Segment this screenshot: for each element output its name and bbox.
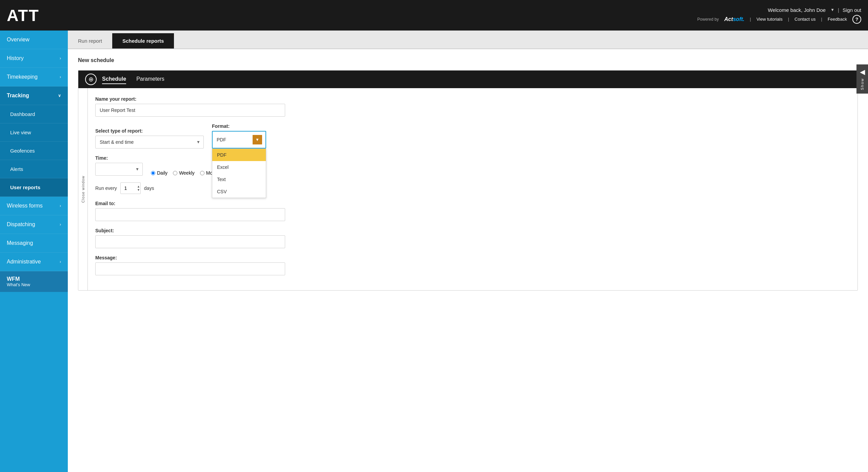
sidebar-item-label: Overview (7, 37, 29, 43)
name-report-input[interactable] (95, 104, 285, 117)
view-tutorials-link[interactable]: View tutorials (756, 17, 783, 22)
sidebar-item-dispatching[interactable]: Dispatching › (0, 215, 68, 234)
section-title: New schedule (78, 57, 858, 63)
message-input[interactable] (95, 262, 285, 275)
tab-schedule-reports[interactable]: Schedule reports (112, 33, 174, 48)
sidebar-item-label: Alerts (10, 166, 23, 172)
type-format-row: Select type of report: Start & end time … (95, 123, 849, 149)
time-freq-row: Time: 12:00 AM 6:00 AM 12:00 PM ▼ (95, 155, 849, 176)
format-col: Format: PDF ▼ PDF Excel Tex (212, 123, 266, 149)
radio-weekly-label[interactable]: Weekly (173, 170, 195, 176)
radio-daily[interactable] (151, 171, 155, 175)
close-window-text: Close window (81, 176, 85, 203)
sidebar-item-label: Tracking (7, 93, 29, 99)
email-group: Email to: (95, 201, 849, 221)
powered-by-text: Powered by (697, 17, 719, 22)
card-tabs: Schedule Parameters (102, 75, 164, 84)
time-select-wrap: 12:00 AM 6:00 AM 12:00 PM ▼ (95, 163, 143, 176)
format-label: Format: (212, 123, 266, 129)
format-option-text[interactable]: Text (212, 173, 266, 185)
divider4: | (821, 17, 822, 22)
sidebar-item-tracking[interactable]: Tracking ∨ (0, 86, 68, 105)
close-window-bar[interactable]: Close window (78, 88, 88, 290)
report-type-select-wrap: Start & end time Distance Speed Stops ▼ (95, 136, 204, 149)
email-input[interactable] (95, 208, 285, 221)
sidebar-item-label: Administrative (7, 259, 41, 265)
format-select-button[interactable]: PDF ▼ (212, 131, 266, 149)
app-logo: ATT (7, 6, 39, 25)
sidebar-item-overview[interactable]: Overview (0, 31, 68, 49)
chevron-right-icon: › (60, 56, 61, 61)
sidebar: Overview History › Timekeeping › Trackin… (0, 31, 68, 472)
header-right: Welcome back, John Doe ▼ | Sign out Powe… (697, 7, 861, 24)
sidebar-item-label: Messaging (7, 240, 33, 246)
run-every-suffix: days (144, 185, 154, 191)
sidebar-item-administrative[interactable]: Administrative › (0, 253, 68, 271)
sidebar-item-user-reports[interactable]: User reports (0, 178, 68, 197)
subject-group: Subject: (95, 228, 849, 248)
app-layout: Overview History › Timekeeping › Trackin… (0, 31, 868, 472)
actsoft-logo: Actsoft. (724, 16, 745, 22)
sidebar-item-alerts[interactable]: Alerts (0, 160, 68, 178)
radio-weekly[interactable] (173, 171, 177, 175)
side-show-arrow-icon: ◀ (860, 68, 865, 76)
main-content: Run report Schedule reports New schedule… (68, 31, 868, 472)
feedback-link[interactable]: Feedback (828, 17, 847, 22)
report-type-col: Select type of report: Start & end time … (95, 128, 204, 149)
chevron-right-icon: › (60, 259, 61, 264)
tab-run-report[interactable]: Run report (68, 33, 112, 48)
sidebar-item-label: Wireless forms (7, 203, 43, 209)
number-arrow-up[interactable]: ▲ (137, 185, 140, 188)
time-col: Time: 12:00 AM 6:00 AM 12:00 PM ▼ (95, 155, 143, 176)
name-report-label: Name your report: (95, 96, 849, 102)
divider: | (838, 7, 839, 13)
time-select[interactable]: 12:00 AM 6:00 AM 12:00 PM (95, 163, 143, 176)
sidebar-item-dashboard[interactable]: Dashboard (0, 105, 68, 123)
subject-input[interactable] (95, 235, 285, 248)
number-arrow-down[interactable]: ▼ (137, 189, 140, 192)
time-label: Time: (95, 155, 143, 161)
side-show-panel[interactable]: ◀ Show (856, 64, 868, 94)
help-button[interactable]: ? (852, 15, 861, 24)
sidebar-bottom: WFM What's New (0, 271, 68, 292)
format-option-excel[interactable]: Excel (212, 161, 266, 173)
name-report-group: Name your report: (95, 96, 849, 117)
sidebar-item-timekeeping[interactable]: Timekeeping › (0, 68, 68, 86)
radio-weekly-text: Weekly (179, 170, 195, 176)
card-tab-schedule[interactable]: Schedule (102, 75, 126, 84)
side-show-text: Show (860, 78, 864, 90)
sidebar-item-label: Dashboard (10, 111, 35, 117)
tabs-bar: Run report Schedule reports (68, 31, 868, 49)
sidebar-item-liveview[interactable]: Live view (0, 123, 68, 142)
report-type-select[interactable]: Start & end time Distance Speed Stops (95, 136, 204, 149)
sidebar-item-label: Timekeeping (7, 74, 38, 80)
report-type-label: Select type of report: (95, 128, 204, 134)
divider3: | (788, 17, 789, 22)
format-option-pdf[interactable]: PDF (212, 149, 266, 161)
sidebar-item-wireless-forms[interactable]: Wireless forms › (0, 197, 68, 215)
subject-label: Subject: (95, 228, 849, 233)
chevron-down-icon[interactable]: ▼ (830, 7, 834, 12)
card-tab-parameters[interactable]: Parameters (136, 75, 164, 84)
card-header-icon: ⊕ (85, 74, 97, 85)
format-arrow-icon: ▼ (253, 135, 262, 144)
divider2: | (750, 17, 751, 22)
radio-monthly[interactable] (200, 171, 204, 175)
sidebar-item-messaging[interactable]: Messaging (0, 234, 68, 253)
sidebar-item-history[interactable]: History › (0, 49, 68, 68)
header-bottom-row: Powered by Actsoft. | View tutorials | C… (697, 15, 861, 24)
top-header: ATT Welcome back, John Doe ▼ | Sign out … (0, 0, 868, 31)
format-option-csv[interactable]: CSV (212, 185, 266, 198)
chevron-down-icon: ∨ (58, 93, 61, 98)
run-every-input-wrap: ▲ ▼ (120, 182, 141, 194)
whats-new-label[interactable]: What's New (7, 282, 61, 287)
radio-daily-label[interactable]: Daily (151, 170, 167, 176)
sidebar-item-label: User reports (10, 184, 40, 190)
sidebar-item-label: History (7, 55, 24, 61)
radio-daily-text: Daily (157, 170, 167, 176)
sign-out-link[interactable]: Sign out (843, 7, 861, 13)
format-wrap: PDF ▼ PDF Excel Text CSV (212, 131, 266, 149)
contact-us-link[interactable]: Contact us (794, 17, 815, 22)
chevron-right-icon: › (60, 222, 61, 227)
sidebar-item-geofences[interactable]: Geofences (0, 142, 68, 160)
